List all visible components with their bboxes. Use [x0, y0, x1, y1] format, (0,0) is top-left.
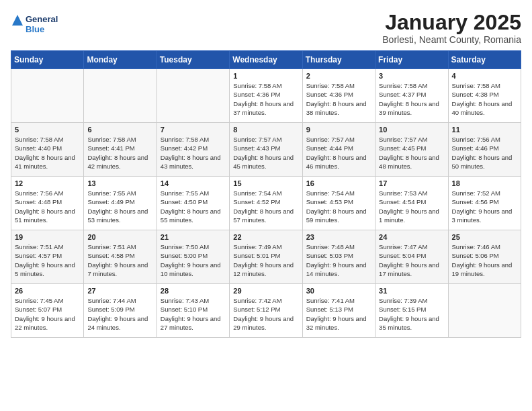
- month-title: January 2025: [382, 11, 521, 34]
- day-info: Sunrise: 7:57 AM Sunset: 4:44 PM Dayligh…: [306, 135, 371, 171]
- logo: General Blue: [11, 11, 64, 38]
- day-info: Sunrise: 7:49 AM Sunset: 5:01 PM Dayligh…: [233, 242, 298, 278]
- calendar-cell: 7Sunrise: 7:58 AM Sunset: 4:42 PM Daylig…: [157, 123, 229, 177]
- day-info: Sunrise: 7:51 AM Sunset: 4:57 PM Dayligh…: [15, 242, 80, 278]
- day-info: Sunrise: 7:56 AM Sunset: 4:48 PM Dayligh…: [15, 189, 80, 224]
- day-number: 18: [452, 179, 517, 187]
- calendar-cell: 14Sunrise: 7:55 AM Sunset: 4:50 PM Dayli…: [157, 177, 229, 230]
- day-info: Sunrise: 7:54 AM Sunset: 4:52 PM Dayligh…: [233, 189, 298, 224]
- day-header: Tuesday: [157, 51, 229, 69]
- calendar-cell: [448, 284, 521, 338]
- day-info: Sunrise: 7:58 AM Sunset: 4:37 PM Dayligh…: [379, 81, 444, 117]
- calendar-cell: 22Sunrise: 7:49 AM Sunset: 5:01 PM Dayli…: [230, 230, 302, 284]
- day-header: Thursday: [302, 51, 375, 69]
- day-number: 8: [233, 126, 298, 134]
- day-number: 9: [306, 126, 371, 134]
- calendar-cell: 13Sunrise: 7:55 AM Sunset: 4:49 PM Dayli…: [84, 177, 157, 230]
- day-info: Sunrise: 7:42 AM Sunset: 5:12 PM Dayligh…: [233, 296, 298, 332]
- calendar-week-row: 12Sunrise: 7:56 AM Sunset: 4:48 PM Dayli…: [11, 177, 521, 230]
- calendar-cell: 4Sunrise: 7:58 AM Sunset: 4:38 PM Daylig…: [448, 69, 521, 123]
- day-info: Sunrise: 7:54 AM Sunset: 4:53 PM Dayligh…: [306, 189, 371, 224]
- location-subtitle: Borlesti, Neamt County, Romania: [382, 34, 521, 45]
- day-number: 11: [452, 126, 517, 134]
- day-number: 23: [306, 233, 371, 241]
- day-info: Sunrise: 7:53 AM Sunset: 4:54 PM Dayligh…: [379, 189, 444, 224]
- day-info: Sunrise: 7:51 AM Sunset: 4:58 PM Dayligh…: [87, 242, 152, 278]
- calendar-cell: 12Sunrise: 7:56 AM Sunset: 4:48 PM Dayli…: [11, 177, 84, 230]
- day-header: Wednesday: [230, 51, 302, 69]
- logo-icon: General Blue: [11, 11, 64, 38]
- day-info: Sunrise: 7:55 AM Sunset: 4:50 PM Dayligh…: [161, 189, 226, 224]
- day-info: Sunrise: 7:43 AM Sunset: 5:10 PM Dayligh…: [161, 296, 226, 332]
- day-info: Sunrise: 7:58 AM Sunset: 4:42 PM Dayligh…: [161, 135, 226, 171]
- title-block: January 2025 Borlesti, Neamt County, Rom…: [382, 11, 521, 45]
- day-number: 27: [87, 287, 152, 295]
- calendar-cell: 11Sunrise: 7:56 AM Sunset: 4:46 PM Dayli…: [448, 123, 521, 177]
- day-number: 28: [161, 287, 226, 295]
- calendar-cell: 28Sunrise: 7:43 AM Sunset: 5:10 PM Dayli…: [157, 284, 229, 338]
- day-info: Sunrise: 7:58 AM Sunset: 4:38 PM Dayligh…: [452, 81, 517, 117]
- day-number: 13: [87, 179, 152, 187]
- day-header: Saturday: [448, 51, 521, 69]
- day-number: 12: [15, 179, 80, 187]
- day-number: 7: [161, 126, 226, 134]
- calendar-cell: 19Sunrise: 7:51 AM Sunset: 4:57 PM Dayli…: [11, 230, 84, 284]
- calendar-week-row: 1Sunrise: 7:58 AM Sunset: 4:36 PM Daylig…: [11, 69, 521, 123]
- day-info: Sunrise: 7:56 AM Sunset: 4:46 PM Dayligh…: [452, 135, 517, 171]
- calendar-cell: [11, 69, 84, 123]
- day-info: Sunrise: 7:55 AM Sunset: 4:49 PM Dayligh…: [87, 189, 152, 224]
- calendar-cell: 26Sunrise: 7:45 AM Sunset: 5:07 PM Dayli…: [11, 284, 84, 338]
- day-info: Sunrise: 7:39 AM Sunset: 5:15 PM Dayligh…: [379, 296, 444, 332]
- day-info: Sunrise: 7:41 AM Sunset: 5:13 PM Dayligh…: [306, 296, 371, 332]
- calendar-table: SundayMondayTuesdayWednesdayThursdayFrid…: [11, 50, 521, 338]
- svg-text:General: General: [26, 14, 58, 24]
- calendar-cell: 23Sunrise: 7:48 AM Sunset: 5:03 PM Dayli…: [302, 230, 375, 284]
- calendar-week-row: 5Sunrise: 7:58 AM Sunset: 4:40 PM Daylig…: [11, 123, 521, 177]
- calendar-cell: 2Sunrise: 7:58 AM Sunset: 4:36 PM Daylig…: [302, 69, 375, 123]
- day-number: 6: [87, 126, 152, 134]
- day-info: Sunrise: 7:45 AM Sunset: 5:07 PM Dayligh…: [15, 296, 80, 332]
- day-info: Sunrise: 7:47 AM Sunset: 5:04 PM Dayligh…: [379, 242, 444, 278]
- calendar-cell: 3Sunrise: 7:58 AM Sunset: 4:37 PM Daylig…: [375, 69, 448, 123]
- calendar-body: 1Sunrise: 7:58 AM Sunset: 4:36 PM Daylig…: [11, 69, 521, 338]
- calendar-cell: 10Sunrise: 7:57 AM Sunset: 4:45 PM Dayli…: [375, 123, 448, 177]
- day-info: Sunrise: 7:57 AM Sunset: 4:43 PM Dayligh…: [233, 135, 298, 171]
- day-number: 26: [15, 287, 80, 295]
- day-number: 20: [87, 233, 152, 241]
- day-info: Sunrise: 7:50 AM Sunset: 5:00 PM Dayligh…: [161, 242, 226, 278]
- calendar-cell: 18Sunrise: 7:52 AM Sunset: 4:56 PM Dayli…: [448, 177, 521, 230]
- day-number: 14: [161, 179, 226, 187]
- calendar-cell: 9Sunrise: 7:57 AM Sunset: 4:44 PM Daylig…: [302, 123, 375, 177]
- day-number: 3: [379, 72, 444, 80]
- day-info: Sunrise: 7:58 AM Sunset: 4:40 PM Dayligh…: [15, 135, 80, 171]
- calendar-week-row: 19Sunrise: 7:51 AM Sunset: 4:57 PM Dayli…: [11, 230, 521, 284]
- day-number: 29: [233, 287, 298, 295]
- calendar-cell: 30Sunrise: 7:41 AM Sunset: 5:13 PM Dayli…: [302, 284, 375, 338]
- calendar-cell: 16Sunrise: 7:54 AM Sunset: 4:53 PM Dayli…: [302, 177, 375, 230]
- calendar-header-row: SundayMondayTuesdayWednesdayThursdayFrid…: [11, 51, 521, 69]
- day-number: 2: [306, 72, 371, 80]
- svg-marker-2: [12, 15, 23, 26]
- day-info: Sunrise: 7:58 AM Sunset: 4:36 PM Dayligh…: [233, 81, 298, 117]
- day-header: Friday: [375, 51, 448, 69]
- day-info: Sunrise: 7:48 AM Sunset: 5:03 PM Dayligh…: [306, 242, 371, 278]
- day-number: 4: [452, 72, 517, 80]
- calendar-cell: [84, 69, 157, 123]
- calendar-cell: 24Sunrise: 7:47 AM Sunset: 5:04 PM Dayli…: [375, 230, 448, 284]
- calendar-cell: 15Sunrise: 7:54 AM Sunset: 4:52 PM Dayli…: [230, 177, 302, 230]
- day-header: Monday: [84, 51, 157, 69]
- day-header: Sunday: [11, 51, 84, 69]
- day-number: 30: [306, 287, 371, 295]
- day-number: 16: [306, 179, 371, 187]
- calendar-cell: 29Sunrise: 7:42 AM Sunset: 5:12 PM Dayli…: [230, 284, 302, 338]
- calendar-cell: 27Sunrise: 7:44 AM Sunset: 5:09 PM Dayli…: [84, 284, 157, 338]
- day-number: 1: [233, 72, 298, 80]
- day-number: 5: [15, 126, 80, 134]
- calendar-cell: 17Sunrise: 7:53 AM Sunset: 4:54 PM Dayli…: [375, 177, 448, 230]
- day-number: 10: [379, 126, 444, 134]
- calendar-cell: 1Sunrise: 7:58 AM Sunset: 4:36 PM Daylig…: [230, 69, 302, 123]
- calendar-cell: 5Sunrise: 7:58 AM Sunset: 4:40 PM Daylig…: [11, 123, 84, 177]
- page-header: General Blue January 2025 Borlesti, Neam…: [11, 11, 521, 45]
- day-number: 19: [15, 233, 80, 241]
- day-number: 24: [379, 233, 444, 241]
